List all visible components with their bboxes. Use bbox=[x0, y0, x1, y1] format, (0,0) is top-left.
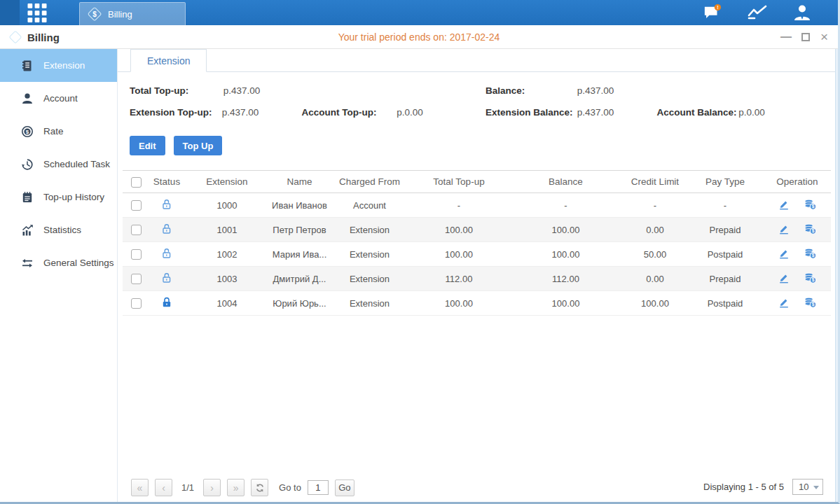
next-page-button[interactable]: › bbox=[203, 479, 221, 496]
page-size-select[interactable]: 10 bbox=[792, 479, 823, 495]
row-checkbox[interactable] bbox=[131, 298, 142, 309]
minimize-icon[interactable]: — bbox=[780, 31, 791, 43]
lock-open-icon[interactable] bbox=[160, 223, 173, 235]
sidebar-item-label: Top-up History bbox=[43, 192, 104, 202]
edit-pencil-icon[interactable] bbox=[778, 198, 791, 211]
table-row: 1004 Юрий Юрь... Extension 100.00 100.00… bbox=[123, 291, 831, 316]
row-checkbox[interactable] bbox=[131, 249, 142, 260]
column-header-name: Name bbox=[270, 176, 329, 187]
total-topup-cell: - bbox=[410, 200, 508, 211]
action-buttons: Edit Top Up bbox=[130, 136, 222, 155]
total-topup-cell: 100.00 bbox=[410, 298, 508, 309]
account-topup-value: p.0.00 bbox=[397, 102, 423, 123]
window-controls: — × bbox=[780, 25, 828, 49]
table-row: 1003 Дмитрий Д... Extension 112.00 112.0… bbox=[123, 267, 831, 291]
name-cell: Иван Иванов bbox=[270, 200, 329, 211]
account-balance-value: p.0.00 bbox=[738, 102, 765, 123]
credit-limit-cell: 0.00 bbox=[624, 225, 687, 235]
go-button[interactable]: Go bbox=[335, 479, 354, 496]
first-page-button[interactable]: « bbox=[131, 479, 149, 496]
sidebar-item-topup-history[interactable]: Top-up History bbox=[0, 181, 117, 214]
topup-history-notepad-icon bbox=[21, 191, 34, 204]
credit-limit-cell: - bbox=[624, 200, 687, 211]
sidebar-item-account[interactable]: Account bbox=[0, 82, 117, 115]
extension-table: Status Extension Name Charged From Total… bbox=[123, 170, 831, 316]
lock-open-icon[interactable] bbox=[160, 272, 173, 284]
top-up-button[interactable]: Top Up bbox=[174, 136, 223, 155]
balance-cell: - bbox=[508, 200, 624, 211]
row-checkbox[interactable] bbox=[131, 200, 142, 211]
statistics-chart-icon bbox=[21, 224, 34, 237]
edit-pencil-icon[interactable] bbox=[778, 272, 791, 284]
pay-type-cell: Prepaid bbox=[687, 274, 764, 284]
row-checkbox[interactable] bbox=[131, 225, 142, 235]
last-page-button[interactable]: » bbox=[227, 479, 245, 496]
extension-cell: 1002 bbox=[184, 249, 270, 260]
name-cell: Дмитрий Д... bbox=[270, 274, 329, 284]
top-up-coins-icon[interactable] bbox=[804, 296, 817, 309]
sidebar-item-statistics[interactable]: Statistics bbox=[0, 214, 117, 246]
name-cell: Петр Петров bbox=[270, 225, 329, 235]
table-row: 1000 Иван Иванов Account - - - - bbox=[123, 193, 831, 218]
table-header: Status Extension Name Charged From Total… bbox=[123, 170, 831, 193]
sidebar-item-extension[interactable]: Extension bbox=[0, 49, 117, 82]
page-indicator: 1/1 bbox=[179, 482, 197, 493]
topbar: Billing bbox=[0, 0, 838, 25]
sidebar-item-label: Account bbox=[43, 93, 78, 104]
top-up-coins-icon[interactable] bbox=[804, 223, 817, 235]
column-header-pay-type: Pay Type bbox=[687, 176, 764, 187]
edit-pencil-icon[interactable] bbox=[778, 223, 791, 235]
rate-dollar-icon bbox=[21, 125, 34, 138]
account-balance-label: Account Balance: bbox=[657, 102, 736, 123]
extension-topup-value: p.437.00 bbox=[222, 102, 299, 123]
edit-pencil-icon[interactable] bbox=[778, 247, 791, 260]
column-header-extension: Extension bbox=[184, 176, 270, 187]
edit-pencil-icon[interactable] bbox=[778, 296, 791, 309]
chevron-down-icon bbox=[813, 486, 819, 489]
maximize-icon[interactable] bbox=[801, 33, 810, 41]
tab-extension[interactable]: Extension bbox=[130, 49, 207, 72]
resource-monitor-chart-icon[interactable] bbox=[747, 4, 768, 22]
top-up-coins-icon[interactable] bbox=[804, 247, 817, 260]
balance-cell: 100.00 bbox=[508, 249, 624, 260]
total-topup-cell: 100.00 bbox=[410, 225, 508, 235]
credit-limit-cell: 100.00 bbox=[624, 298, 687, 309]
app-launcher-grid-icon[interactable] bbox=[27, 4, 48, 22]
content: Extension Total Top-up: p.437.00 Extensi… bbox=[118, 49, 835, 502]
total-topup-cell: 112.00 bbox=[410, 274, 508, 284]
pay-type-cell: - bbox=[687, 200, 764, 211]
close-icon[interactable]: × bbox=[820, 31, 828, 43]
scheduled-task-clock-icon bbox=[21, 158, 34, 171]
general-settings-sliders-icon bbox=[21, 257, 34, 270]
refresh-button[interactable] bbox=[251, 479, 268, 496]
extension-balance-label: Extension Balance: bbox=[486, 102, 574, 123]
sidebar-item-label: Scheduled Task bbox=[43, 159, 110, 169]
credit-limit-cell: 0.00 bbox=[624, 274, 687, 284]
lock-open-icon[interactable] bbox=[160, 198, 173, 211]
prev-page-button[interactable]: ‹ bbox=[155, 479, 172, 496]
goto-page-input[interactable] bbox=[308, 480, 329, 495]
chat-notification-icon[interactable] bbox=[702, 4, 723, 22]
sidebar-item-rate[interactable]: Rate bbox=[0, 115, 117, 148]
extension-book-icon bbox=[21, 59, 34, 72]
sidebar-item-general-settings[interactable]: General Settings bbox=[0, 246, 117, 279]
topbar-tab-billing[interactable]: Billing bbox=[79, 2, 186, 25]
extension-cell: 1003 bbox=[184, 274, 270, 284]
top-up-coins-icon[interactable] bbox=[804, 198, 817, 211]
total-topup-cell: 100.00 bbox=[410, 249, 508, 260]
goto-label: Go to bbox=[279, 482, 301, 493]
account-person-icon bbox=[21, 92, 34, 105]
user-account-icon[interactable] bbox=[792, 4, 813, 22]
edit-button[interactable]: Edit bbox=[130, 136, 165, 155]
top-up-coins-icon[interactable] bbox=[804, 272, 817, 284]
row-checkbox[interactable] bbox=[131, 274, 142, 284]
extension-cell: 1000 bbox=[184, 200, 270, 211]
sidebar-item-scheduled-task[interactable]: Scheduled Task bbox=[0, 148, 117, 181]
lock-closed-icon[interactable] bbox=[160, 296, 173, 309]
select-all-checkbox[interactable] bbox=[131, 177, 142, 188]
pay-type-cell: Postpaid bbox=[687, 249, 764, 260]
lock-open-icon[interactable] bbox=[160, 247, 173, 260]
scrollbar-track[interactable] bbox=[835, 49, 838, 502]
column-header-charged-from: Charged From bbox=[329, 176, 410, 187]
page-size-value: 10 bbox=[799, 482, 808, 492]
